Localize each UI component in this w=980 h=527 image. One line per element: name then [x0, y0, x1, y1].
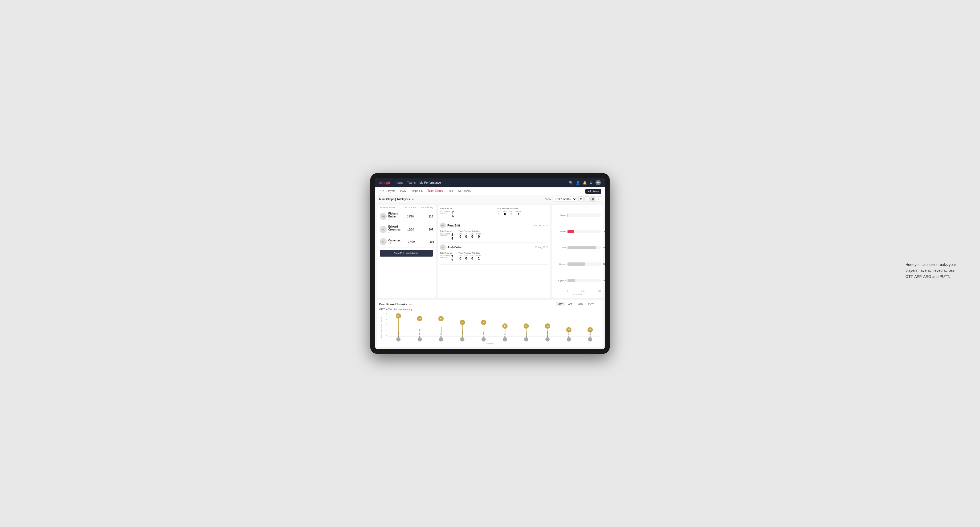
streak-bubble: 6x	[438, 316, 444, 321]
bar-chart-panel: Eagles 3 Birdies 96	[552, 205, 603, 298]
list-view-btn[interactable]: ☰	[584, 197, 590, 202]
player-avatar-bottom	[439, 337, 443, 341]
streak-bubble: 6x	[417, 316, 422, 321]
subnav-tour[interactable]: Tour	[448, 189, 453, 193]
bar-wrap: 499	[568, 246, 601, 249]
bar-wrap: 131	[568, 279, 601, 282]
player-name-rotated: J. Coles	[461, 329, 463, 337]
badge-icon: ♥	[388, 242, 390, 244]
bar-wrap: 96	[568, 230, 601, 233]
bar-row-birdies: Birdies 96	[554, 230, 601, 233]
player-avatar-bottom	[503, 337, 507, 341]
player-avatar-bottom	[567, 337, 571, 341]
practice-rounds: 6	[452, 214, 454, 218]
streak-bubble: 7x	[396, 313, 401, 319]
filter-ott[interactable]: OTT	[556, 302, 565, 306]
view-toggle: ⊞ ☰ ▤ ↕	[578, 197, 601, 202]
subnav-hcaps[interactable]: Hcaps 1-5	[410, 189, 423, 193]
detail-view-btn[interactable]: ↕	[596, 197, 601, 202]
chart-subtitle: Off The Tee, Fairway Accuracy	[379, 308, 601, 311]
search-icon[interactable]: 🔍	[569, 181, 573, 185]
player-name-rotated: E. Crossman	[504, 328, 506, 337]
x-axis: 0 200 400	[554, 290, 601, 292]
avatar: RB	[380, 213, 387, 220]
card-view-btn[interactable]: ▤	[590, 197, 595, 202]
player-avatar: RB	[440, 222, 446, 229]
player-avatar-bottom	[524, 337, 528, 341]
subnav-pga[interactable]: PGA	[400, 189, 406, 193]
player-avatar-bottom	[396, 337, 401, 341]
user-icon[interactable]: 👤	[576, 181, 580, 185]
stat-card-rees[interactable]: RB Rees Britt 02 Sep 2023 Total Rounds T…	[440, 222, 548, 243]
view-leaderboard-button[interactable]: View Full Leaderboard	[380, 250, 433, 257]
stat-card-josh[interactable]: JC Josh Coles 26 Aug 2023 Total Rounds T…	[440, 244, 548, 265]
grid-view-btn[interactable]: ⊞	[578, 197, 584, 202]
nav-my-performance[interactable]: My Performance	[419, 181, 441, 184]
app-logo: clippd	[379, 181, 390, 185]
tournament-rounds: 7	[452, 211, 454, 214]
player-name-rotated: E. Ebert	[398, 329, 399, 337]
top-controls: Team Clippd | 14 Players ✏ Show Last 3 m…	[375, 195, 605, 203]
settings-icon[interactable]: ⚙	[590, 181, 593, 185]
bar-fill	[568, 230, 574, 233]
avatar[interactable]: RB	[595, 180, 601, 185]
tablet-screen: clippd Home Teams My Performance 🔍 👤 🔔 ⚙…	[375, 178, 605, 349]
avatar: C	[380, 238, 387, 245]
streak-chart-area: 7x E. Ebert 6x B. McHerg	[388, 313, 601, 342]
bar-wrap: 3	[568, 213, 601, 217]
bottom-title: Best Round Streaks ←	[379, 302, 412, 306]
sub-nav: PGAT Players PGA Hcaps 1-5 Team Clippd T…	[375, 187, 605, 195]
player-avatar: JC	[440, 244, 446, 250]
player-avatar-bottom	[546, 337, 550, 341]
table-row[interactable]: C Cameron... ♥ 3 17/20 103	[377, 236, 436, 248]
streak-bubble: 4x	[523, 323, 529, 329]
player-name-rotated: B. McHerg	[419, 329, 420, 337]
content-area: PLAYER NAME PB SCORE PB AVG SQ RB Richar…	[375, 203, 605, 300]
edit-team-icon[interactable]: ✏	[412, 198, 414, 201]
badge-icon: ♥	[388, 231, 390, 234]
player-leaderboard: PLAYER NAME PB SCORE PB AVG SQ RB Richar…	[377, 205, 436, 298]
stat-cards: Total Rounds Tournament Practice 7 6	[438, 205, 550, 298]
badge-icon: ♥	[388, 218, 390, 221]
player-avatar-bottom	[588, 337, 592, 341]
player-avatar-bottom	[460, 337, 465, 341]
player-avatar-bottom	[418, 337, 422, 341]
annotation-arrow: ←	[597, 302, 601, 306]
subnav-pgat[interactable]: PGAT Players	[379, 189, 395, 193]
streak-bubble: 5x	[460, 320, 465, 325]
nav-teams[interactable]: Teams	[407, 181, 416, 184]
bar-row-pars: Pars 499	[554, 246, 601, 249]
stat-card-first: Total Rounds Tournament Practice 7 6	[440, 207, 548, 221]
tablet-shell: clippd Home Teams My Performance 🔍 👤 🔔 ⚙…	[370, 173, 610, 354]
team-title: Team Clippd | 14 Players ✏	[379, 198, 414, 201]
add-team-button[interactable]: Add Team	[585, 189, 601, 194]
avatar: EC	[380, 226, 387, 233]
player-columns: 7x E. Ebert 6x B. McHerg	[388, 313, 601, 342]
subnav-team-clippd[interactable]: Team Clippd	[428, 189, 443, 193]
filter-arg[interactable]: ARG	[576, 302, 585, 306]
bar-wrap: 311	[568, 262, 601, 266]
table-row[interactable]: EC Edward Crossman ♥ 2 18/20 107	[377, 223, 436, 236]
filter-putt[interactable]: PUTT	[586, 302, 596, 306]
table-row[interactable]: RB Richard Butler ♥ 1 19/20 110	[377, 210, 436, 223]
player-name-rotated: B. Ford	[525, 329, 527, 337]
y-axis-label: Best Streak, Fairway Accuracy	[379, 313, 383, 342]
player-badge: ♥ 1	[388, 218, 401, 221]
player-info: RB Richard Butler ♥ 1	[380, 212, 401, 221]
subnav-all-players[interactable]: All Players	[458, 189, 471, 193]
period-dropdown[interactable]: Last 3 months	[552, 197, 577, 202]
filter-app[interactable]: APP	[566, 302, 575, 306]
bar-row-bogeys: Bogeys 311	[554, 262, 601, 266]
bell-icon[interactable]: 🔔	[583, 181, 587, 185]
streak-bubble: 4x	[545, 323, 550, 329]
nav-home[interactable]: Home	[396, 181, 403, 184]
player-badge: ♥ 3	[388, 242, 402, 244]
nav-links: Home Teams My Performance	[396, 181, 441, 184]
bar-chart: Eagles 3 Birdies 96	[554, 207, 601, 289]
player-name-block: Edward Crossman ♥ 2	[388, 225, 401, 234]
filter-buttons: OTT APP ARG PUTT ←	[556, 302, 601, 306]
tournament-label: Tournament	[440, 211, 450, 213]
player-name-rotated: D. Billingham	[440, 328, 442, 337]
table-header: PLAYER NAME PB SCORE PB AVG SQ	[377, 205, 436, 210]
annotation-box: Here you can see streaks your players ha…	[905, 262, 959, 279]
